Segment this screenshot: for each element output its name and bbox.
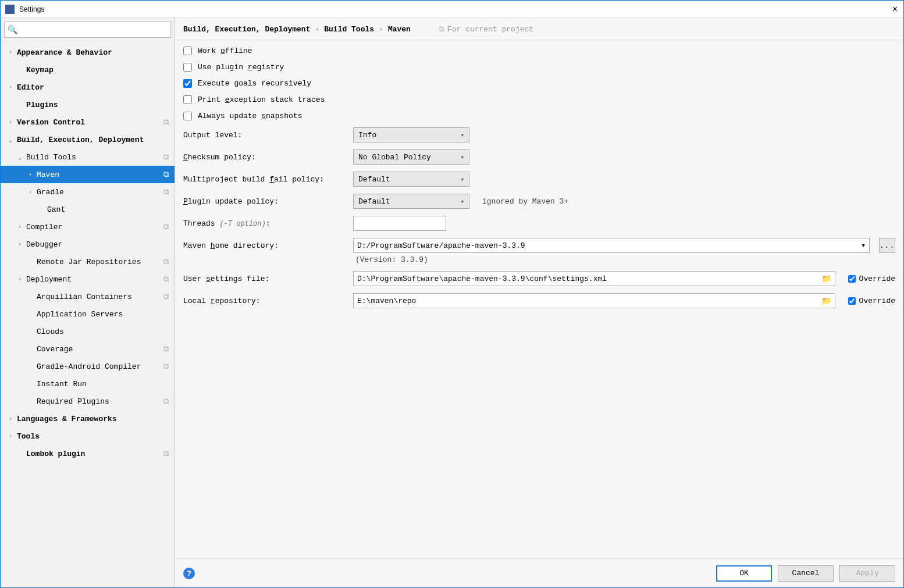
crumb-1: Build Tools <box>324 25 374 34</box>
user-settings-label: User settings file: <box>183 275 346 283</box>
local-repo-override-checkbox[interactable] <box>848 297 856 305</box>
sidebar-item-label: Gradle-Android Compiler <box>34 362 141 371</box>
local-repo-label: Local repository: <box>183 297 346 305</box>
maven-home-label: Maven home directory: <box>183 241 346 250</box>
crumb-0: Build, Execution, Deployment <box>183 25 310 34</box>
sidebar-item-build-tools[interactable]: ⌄Build Tools⧉ <box>1 148 175 166</box>
sidebar-item-coverage[interactable]: Coverage⧉ <box>1 340 175 358</box>
always-snapshots-label: Always update snapshots <box>198 112 302 120</box>
chevron-icon: › <box>16 223 24 230</box>
local-repo-input[interactable]: E:\maven\repo 📁 <box>353 293 835 308</box>
sidebar-item-label: Instant Run <box>34 380 87 389</box>
sidebar-item-appearance-behavior[interactable]: ›Appearance & Behavior <box>1 44 175 61</box>
sidebar-item-deployment[interactable]: ›Deployment⧉ <box>1 270 175 288</box>
sidebar-item-maven[interactable]: ›Maven⧉ <box>1 166 175 183</box>
chevron-icon: › <box>16 276 24 283</box>
settings-tree: ›Appearance & BehaviorKeymap›EditorPlugi… <box>1 41 175 587</box>
work-offline-checkbox[interactable] <box>183 47 192 55</box>
sidebar-item-compiler[interactable]: ›Compiler⧉ <box>1 218 175 236</box>
sidebar-item-debugger[interactable]: ›Debugger <box>1 236 175 253</box>
fail-policy-label: Multiproject build fail policy: <box>183 175 346 184</box>
sidebar-item-label: Version Control <box>15 118 85 127</box>
sidebar-item-plugins[interactable]: Plugins <box>1 96 175 113</box>
use-plugin-registry-checkbox[interactable] <box>183 63 192 72</box>
close-icon[interactable]: × <box>892 4 898 15</box>
sidebar-item-label: Appearance & Behavior <box>15 48 112 57</box>
sidebar-item-label: Build, Execution, Deployment <box>15 136 144 144</box>
titlebar: Settings × <box>1 1 903 18</box>
search-input[interactable] <box>4 22 171 38</box>
sidebar-item-keymap[interactable]: Keymap <box>1 61 175 79</box>
ok-button[interactable]: OK <box>716 565 772 582</box>
checksum-policy-select[interactable]: No Global Policy ▾ <box>353 149 469 165</box>
folder-icon[interactable]: 📁 <box>821 274 831 284</box>
copy-icon: ⧉ <box>163 345 169 354</box>
maven-home-browse-button[interactable]: ... <box>879 238 895 253</box>
window-title: Settings <box>19 5 44 13</box>
sidebar-item-gant[interactable]: Gant <box>1 201 175 218</box>
chevron-icon: › <box>26 188 34 195</box>
sidebar-item-lombok-plugin[interactable]: Lombok plugin⧉ <box>1 445 175 462</box>
cancel-button[interactable]: Cancel <box>778 565 834 582</box>
sidebar-item-clouds[interactable]: Clouds <box>1 323 175 340</box>
sidebar-item-label: Debugger <box>24 240 62 249</box>
execute-recursively-checkbox[interactable] <box>183 79 192 88</box>
chevron-down-icon: ▾ <box>460 176 464 183</box>
sidebar-item-arquillian-containers[interactable]: Arquillian Containers⧉ <box>1 288 175 305</box>
user-settings-override-checkbox[interactable] <box>848 275 856 283</box>
folder-icon[interactable]: 📁 <box>821 296 831 306</box>
sidebar-item-required-plugins[interactable]: Required Plugins⧉ <box>1 393 175 410</box>
sidebar-item-application-servers[interactable]: Application Servers <box>1 305 175 323</box>
print-exception-label: Print exception stack traces <box>198 95 325 104</box>
sidebar-item-tools[interactable]: ›Tools <box>1 427 175 445</box>
copy-icon: ⧉ <box>163 293 169 301</box>
sidebar-item-label: Deployment <box>24 275 72 284</box>
sidebar-item-label: Application Servers <box>34 310 123 319</box>
always-snapshots-checkbox[interactable] <box>183 112 192 120</box>
copy-icon: ⧉ <box>439 25 444 34</box>
apply-button[interactable]: Apply <box>839 565 895 582</box>
maven-home-combo[interactable]: D:/ProgramSoftware/apache-maven-3.3.9 ▾ <box>353 238 870 253</box>
sidebar-item-version-control[interactable]: ›Version Control⧉ <box>1 113 175 131</box>
fail-policy-select[interactable]: Default ▾ <box>353 172 469 187</box>
plugin-update-note: ignored by Maven 3+ <box>482 197 568 206</box>
chevron-right-icon: › <box>379 25 383 34</box>
copy-icon: ⧉ <box>163 362 169 371</box>
sidebar-item-languages-frameworks[interactable]: ›Languages & Frameworks <box>1 410 175 427</box>
app-icon <box>5 5 15 14</box>
content-panel: Build, Execution, Deployment › Build Too… <box>175 18 903 587</box>
chevron-icon: ⌄ <box>6 136 15 144</box>
sidebar-item-label: Remote Jar Repositories <box>34 258 141 266</box>
plugin-update-select[interactable]: Default ▾ <box>353 194 469 209</box>
sidebar-item-instant-run[interactable]: Instant Run <box>1 375 175 393</box>
copy-icon: ⧉ <box>163 153 169 162</box>
sidebar-item-label: Editor <box>15 83 44 92</box>
checksum-policy-label: Checksum policy: <box>183 153 346 162</box>
sidebar-item-label: Languages & Frameworks <box>15 415 117 423</box>
maven-version-note: (Version: 3.3.9) <box>183 255 895 264</box>
sidebar-item-remote-jar-repositories[interactable]: Remote Jar Repositories⧉ <box>1 253 175 270</box>
sidebar-item-label: Tools <box>15 432 40 441</box>
sidebar-item-gradle-android-compiler[interactable]: Gradle-Android Compiler⧉ <box>1 358 175 375</box>
sidebar: 🔍 ›Appearance & BehaviorKeymap›EditorPlu… <box>1 18 175 587</box>
crumb-2: Maven <box>388 25 411 34</box>
sidebar-item-label: Keymap <box>24 66 54 74</box>
print-exception-checkbox[interactable] <box>183 95 192 104</box>
chevron-down-icon: ▾ <box>861 241 866 250</box>
chevron-icon: › <box>6 119 15 126</box>
sidebar-item-editor[interactable]: ›Editor <box>1 79 175 96</box>
chevron-icon: ⌄ <box>16 154 24 161</box>
output-level-select[interactable]: Info ▾ <box>353 127 469 142</box>
plugin-update-label: Plugin update policy: <box>183 197 346 206</box>
threads-input[interactable] <box>353 216 446 231</box>
copy-icon: ⧉ <box>163 397 169 406</box>
sidebar-item-build-execution-deployment[interactable]: ⌄Build, Execution, Deployment <box>1 131 175 148</box>
sidebar-item-gradle[interactable]: ›Gradle⧉ <box>1 183 175 201</box>
sidebar-item-label: Required Plugins <box>34 397 109 406</box>
chevron-down-icon: ▾ <box>460 198 464 205</box>
user-settings-input[interactable]: D:\ProgramSoftware\apache-maven-3.3.9\co… <box>353 271 835 286</box>
chevron-icon: › <box>26 171 34 178</box>
sidebar-item-label: Maven <box>34 170 59 179</box>
copy-icon: ⧉ <box>163 188 169 197</box>
help-icon[interactable]: ? <box>183 568 195 579</box>
